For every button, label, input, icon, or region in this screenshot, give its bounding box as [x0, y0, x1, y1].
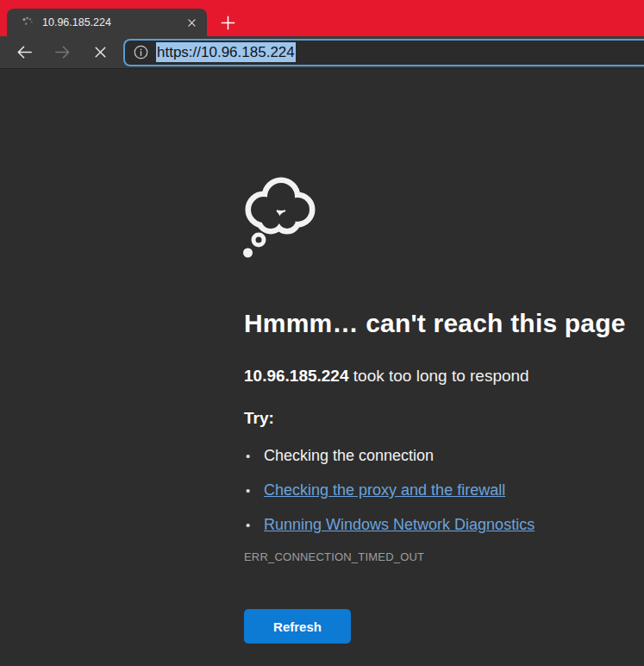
url-selected-text: https://10.96.185.224: [156, 42, 296, 62]
refresh-button[interactable]: Refresh: [244, 609, 351, 644]
error-host: 10.96.185.224: [244, 367, 349, 385]
tab-strip: 10.96.185.224: [0, 0, 644, 36]
browser-toolbar: https://10.96.185.224: [0, 36, 644, 69]
error-page: Hmmm… can't reach this page 10.96.185.22…: [244, 173, 628, 644]
error-heading: Hmmm… can't reach this page: [244, 309, 628, 338]
suggestion-item: Running Windows Network Diagnostics: [244, 516, 628, 534]
address-bar[interactable]: https://10.96.185.224: [123, 39, 644, 66]
suggestion-link[interactable]: Checking the proxy and the firewall: [264, 481, 505, 499]
suggestion-item: Checking the connection: [244, 447, 628, 465]
new-tab-button[interactable]: [216, 11, 239, 34]
error-subtext-rest: took too long to respond: [349, 367, 529, 385]
suggestion-text: Checking the connection: [264, 447, 434, 464]
back-icon: [15, 42, 34, 62]
tab-close-icon[interactable]: [183, 14, 200, 31]
back-button[interactable]: [5, 38, 43, 67]
suggestion-list: Checking the connectionChecking the prox…: [244, 447, 628, 534]
suggestion-item: Checking the proxy and the firewall: [244, 481, 628, 500]
tab-loading-spinner-icon: [21, 16, 34, 29]
error-code: ERR_CONNECTION_TIMED_OUT: [244, 550, 628, 563]
suggestion-link[interactable]: Running Windows Network Diagnostics: [264, 516, 535, 533]
tab-title: 10.96.185.224: [42, 16, 183, 28]
page-info-icon[interactable]: [133, 44, 149, 60]
forward-icon: [53, 42, 72, 62]
thought-bubble-icon: [242, 173, 322, 259]
forward-button[interactable]: [43, 38, 81, 67]
url-input[interactable]: https://10.96.185.224: [156, 44, 296, 61]
browser-tab[interactable]: 10.96.185.224: [7, 9, 207, 36]
try-label: Try:: [244, 409, 628, 428]
stop-button[interactable]: [81, 38, 119, 67]
stop-icon: [91, 42, 110, 62]
error-subtext: 10.96.185.224 took too long to respond: [244, 367, 628, 386]
